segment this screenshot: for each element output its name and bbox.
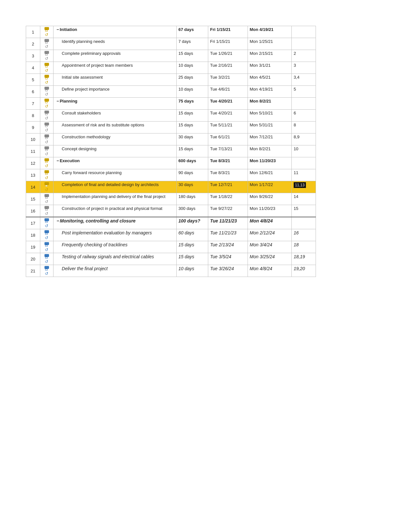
task-start: Tue 7/13/21 [208, 145, 248, 157]
task-start: Tue 12/7/21 [208, 181, 248, 193]
table-row: 21 ↺ Deliver the final project10 daysTue… [26, 265, 316, 277]
task-start: Tue 11/21/23 [208, 217, 248, 229]
row-number: 4 [26, 62, 40, 74]
task-predecessors: 8 [291, 122, 316, 133]
task-finish: Mon 4/8/24 [248, 265, 291, 277]
row-number: 10 [26, 133, 40, 145]
task-name: Post implementation evaluation by manage… [53, 229, 176, 241]
task-name: −Planning [53, 98, 176, 110]
task-predecessors: 10 [291, 145, 316, 157]
task-duration: 100 days? [176, 217, 208, 229]
table-row: 9 ↺ Assessment of risk and its substitut… [26, 122, 316, 133]
task-start: Tue 3/2/21 [208, 74, 248, 86]
task-icon-cell: ↺ [40, 50, 53, 62]
task-name: Initial site assessment [53, 74, 176, 86]
task-duration: 15 days [176, 253, 208, 265]
task-finish: Mon 7/12/21 [248, 133, 291, 145]
task-icon: ↺ [42, 146, 51, 156]
row-number: 21 [26, 265, 40, 277]
task-icon-cell: ↺ [40, 133, 53, 145]
table-row: 7 ↺ −Planning75 daysTue 4/20/21Mon 8/2/2… [26, 98, 316, 110]
task-finish: Mon 4/19/21 [248, 26, 291, 38]
task-duration: 90 days [176, 169, 208, 181]
task-finish: Mon 5/31/21 [248, 122, 291, 133]
row-number: 9 [26, 122, 40, 133]
task-duration: 30 days [176, 181, 208, 193]
table-row: 17 ↺ −Monitoring, controlling and closur… [26, 217, 316, 229]
task-start: Tue 3/26/24 [208, 265, 248, 277]
task-finish: Mon 4/19/21 [248, 86, 291, 98]
task-predecessors: 3 [291, 62, 316, 74]
task-start: Tue 4/20/21 [208, 110, 248, 122]
row-number: 20 [26, 253, 40, 265]
task-duration: 10 days [176, 265, 208, 277]
task-icon-cell: ↺ [40, 74, 53, 86]
task-icon: ↺ [42, 63, 51, 73]
table-row: 19 ↺ Frequently checking of tracklines15… [26, 241, 316, 253]
task-duration: 30 days [176, 133, 208, 145]
task-predecessors [291, 98, 316, 110]
gantt-table: 1 ↺ −Initiation67 daysFri 1/15/21Mon 4/1… [26, 26, 316, 277]
task-icon: ↺ [42, 266, 51, 276]
task-start: Fri 1/15/21 [208, 26, 248, 38]
task-name: Complete preliminary approvals [53, 50, 176, 62]
task-icon: ↺ [42, 218, 51, 228]
task-icon-cell: ↺ [40, 253, 53, 265]
task-duration: 600 days [176, 157, 208, 169]
table-row: 5 ↺ Initial site assessment25 daysTue 3/… [26, 74, 316, 86]
task-icon: ↺ [42, 99, 51, 108]
task-icon: ↺ [42, 182, 51, 192]
task-predecessors: 15 [291, 205, 316, 217]
task-start: Tue 8/3/21 [208, 157, 248, 169]
row-number: 16 [26, 205, 40, 217]
row-number: 17 [26, 217, 40, 229]
task-icon-cell: ↺ [40, 229, 53, 241]
task-finish: Mon 11/20/23 [248, 205, 291, 217]
task-icon: ↺ [42, 194, 51, 204]
task-finish: Mon 5/10/21 [248, 110, 291, 122]
row-number: 12 [26, 157, 40, 169]
row-number: 11 [26, 145, 40, 157]
table-row: 1 ↺ −Initiation67 daysFri 1/15/21Mon 4/1… [26, 26, 316, 38]
task-start: Tue 2/16/21 [208, 62, 248, 74]
task-name: Appointment of project team members [53, 62, 176, 74]
row-number: 13 [26, 169, 40, 181]
task-duration: 7 days [176, 38, 208, 50]
task-predecessors: 3,4 [291, 74, 316, 86]
task-icon-cell: ↺ [40, 145, 53, 157]
task-start: Tue 1/26/21 [208, 50, 248, 62]
task-finish: Mon 8/2/21 [248, 145, 291, 157]
task-icon-cell: ↺ [40, 122, 53, 133]
task-icon-cell: ↺ [40, 205, 53, 217]
task-duration: 15 days [176, 145, 208, 157]
table-row: 20 ↺ Testing of railway signals and elec… [26, 253, 316, 265]
task-icon: ↺ [42, 51, 51, 61]
task-name: Define project importance [53, 86, 176, 98]
task-icon-cell: ↺ [40, 181, 53, 193]
task-start: Tue 11/21/23 [208, 229, 248, 241]
task-icon-cell: ↺ [40, 98, 53, 110]
task-finish: Mon 9/26/22 [248, 193, 291, 205]
task-name: Deliver the final project [53, 265, 176, 277]
row-number: 1 [26, 26, 40, 38]
table-row: 14 ↺ Completion of final and detailed de… [26, 181, 316, 193]
task-icon: ↺ [42, 158, 51, 168]
table-row: 13 ↺ Carry forward resource planning90 d… [26, 169, 316, 181]
task-duration: 300 days [176, 205, 208, 217]
task-duration: 15 days [176, 241, 208, 253]
task-name: Testing of railway signals and electrica… [53, 253, 176, 265]
task-icon: ↺ [42, 242, 51, 252]
task-predecessors: 16 [291, 229, 316, 241]
task-start: Tue 4/6/21 [208, 86, 248, 98]
task-icon: ↺ [42, 27, 51, 37]
task-icon-cell: ↺ [40, 265, 53, 277]
task-name: −Execution [53, 157, 176, 169]
task-predecessors [291, 38, 316, 50]
task-predecessors: 6 [291, 110, 316, 122]
task-start: Tue 9/27/22 [208, 205, 248, 217]
task-icon-cell: ↺ [40, 38, 53, 50]
task-icon: ↺ [42, 254, 51, 264]
task-icon-cell: ↺ [40, 157, 53, 169]
task-icon-cell: ↺ [40, 110, 53, 122]
row-number: 15 [26, 193, 40, 205]
